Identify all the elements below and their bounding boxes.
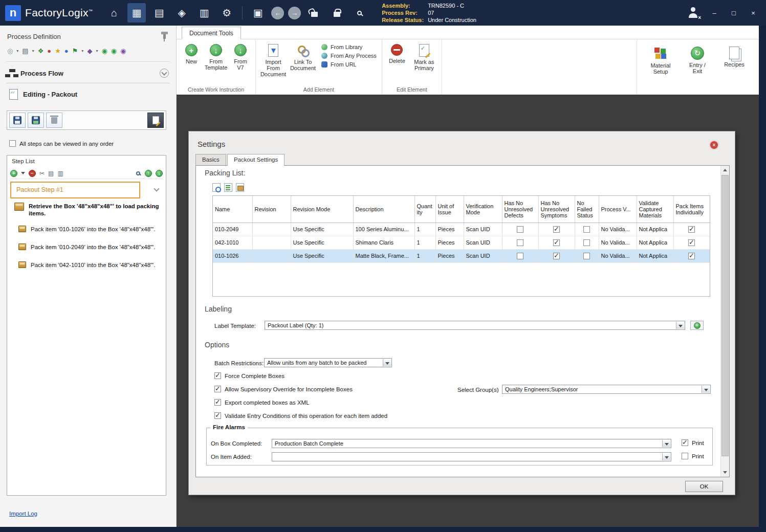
import-from-document-button[interactable]: Import From Document (259, 42, 288, 79)
save-document-button[interactable] (9, 113, 26, 128)
recipes-button[interactable]: Recipes (720, 45, 749, 70)
delete-document-button[interactable] (46, 113, 62, 128)
cut-icon[interactable]: ✂ (39, 170, 45, 177)
from-url-button[interactable]: From URL (321, 61, 377, 68)
export-xml-checkbox[interactable] (214, 399, 221, 406)
undo-icon[interactable]: ← (271, 7, 284, 19)
scroll-up-arrow[interactable] (721, 166, 729, 174)
col-header[interactable]: Revision Mode (291, 196, 353, 223)
batch-restrictions-select[interactable]: Allow units from any batch to be packed (264, 358, 392, 367)
defects-checkbox[interactable] (517, 226, 523, 233)
tab-basics[interactable]: Basics (195, 154, 226, 165)
order-checkbox[interactable] (9, 140, 16, 147)
process-flow-label[interactable]: Process Flow (20, 70, 63, 77)
col-header[interactable]: Unit of Issue (435, 196, 464, 223)
column-options-icon[interactable] (224, 183, 232, 192)
dropdown-arrow-icon[interactable] (662, 453, 670, 460)
col-header[interactable]: No Failed Status (575, 196, 599, 223)
col-header[interactable]: Validate Captured Materials (637, 196, 673, 223)
selected-step[interactable]: Packout Step #1 (10, 182, 140, 198)
step-action-pack-3[interactable]: Pack item '042-1010' into the Box '48"x4… (18, 261, 163, 269)
edit-work-instruction-button[interactable] (147, 113, 164, 128)
process-search-icon[interactable] (350, 3, 368, 23)
material-setup-button[interactable]: Material Setup (646, 45, 675, 77)
unlock-icon[interactable] (305, 3, 323, 23)
collapse-chevron-icon[interactable] (160, 69, 169, 78)
dropdown-arrow-icon[interactable] (662, 440, 670, 447)
col-header[interactable]: Quantity (414, 196, 435, 223)
person-blue-icon[interactable]: ● (64, 47, 69, 55)
pin-icon[interactable] (163, 34, 166, 39)
force-complete-checkbox[interactable] (214, 372, 221, 379)
dropdown-arrow-icon[interactable]: ▾ (81, 49, 83, 53)
dialog-close-button[interactable]: × (710, 141, 718, 149)
label-template-select[interactable]: Packout Label (Qty: 1) (265, 321, 685, 330)
dropdown-arrow-icon[interactable] (676, 322, 684, 329)
symptoms-checkbox[interactable] (553, 226, 560, 233)
validate-entry-checkbox[interactable] (214, 412, 221, 419)
add-step-button[interactable]: + (10, 170, 17, 177)
from-library-button[interactable]: From Library (321, 44, 377, 50)
col-header[interactable]: Pack Items Individually (673, 196, 710, 223)
col-header[interactable]: Process V... (599, 196, 637, 223)
select-groups-select[interactable]: Quality Engineers;Supervisor (502, 385, 711, 394)
col-header[interactable]: Has No Unresolved Defects (502, 196, 538, 223)
failed-status-checkbox[interactable] (583, 239, 590, 246)
add-step-menu-arrow[interactable] (21, 172, 25, 176)
import-log-link[interactable]: Import Log (9, 511, 37, 517)
col-header[interactable]: Description (353, 196, 414, 223)
new-button[interactable]: + New (180, 42, 203, 66)
from-any-process-button[interactable]: From Any Process (321, 53, 377, 59)
step-action-pack-2[interactable]: Pack item '010-2049' into the Box '48"x4… (18, 243, 163, 251)
import-document-button[interactable] (28, 113, 44, 128)
refresh-icon[interactable]: ◉ (111, 47, 117, 55)
pack-individually-checkbox[interactable] (688, 226, 695, 233)
print-on-box-checkbox[interactable] (682, 439, 688, 446)
remove-step-button[interactable]: − (29, 170, 36, 177)
maximize-button[interactable]: □ (729, 9, 738, 17)
history-icon[interactable]: ◉ (120, 47, 126, 55)
dropdown-arrow-icon[interactable]: ▾ (32, 49, 34, 53)
defects-checkbox[interactable] (517, 239, 523, 246)
delete-element-button[interactable]: Delete (385, 42, 409, 66)
print-on-item-checkbox[interactable] (682, 453, 688, 459)
on-box-completed-select[interactable]: Production Batch Complete (272, 439, 671, 448)
step-action-retrieve[interactable]: Retrieve the Box '48"x48"x48"' to load p… (14, 203, 163, 217)
flag-icon[interactable]: ⚑ (72, 47, 78, 55)
dropdown-arrow-icon[interactable]: ▾ (16, 49, 18, 53)
symptoms-checkbox[interactable] (553, 239, 560, 246)
package-icon[interactable]: ◆ (87, 47, 92, 55)
toolbar-icon[interactable]: ◎ (7, 47, 13, 55)
home-icon[interactable]: ⌂ (105, 3, 123, 23)
tab-document-tools[interactable]: Document Tools (182, 27, 241, 39)
defects-checkbox[interactable] (517, 253, 523, 259)
table-row[interactable]: 010-2049 Use Specific 100 Series Aluminu… (213, 223, 710, 236)
star-icon[interactable]: ★ (55, 47, 61, 55)
paste-icon[interactable]: ▥ (57, 170, 63, 177)
minimize-button[interactable]: – (710, 9, 719, 17)
add-label-template-button[interactable]: + (690, 321, 704, 330)
zoom-step-icon[interactable] (136, 171, 140, 175)
dropdown-arrow-icon[interactable]: ▾ (96, 49, 98, 53)
find-item-icon[interactable] (212, 183, 221, 192)
user-logout-icon[interactable]: × (687, 7, 699, 18)
dropdown-arrow-icon[interactable] (702, 386, 710, 393)
step-action-pack-1[interactable]: Pack item '010-1026' into the Box '48"x4… (18, 226, 163, 233)
tab-packout-settings[interactable]: Packout Settings (227, 154, 284, 166)
close-button[interactable]: × (749, 9, 758, 17)
network-icon[interactable]: ❖ (38, 47, 44, 55)
reports-icon[interactable]: ▥ (195, 3, 213, 23)
documents-icon[interactable]: ▤ (150, 3, 168, 23)
package-item-icon[interactable] (236, 183, 244, 192)
navigator-icon[interactable]: ◈ (172, 3, 191, 23)
ok-button[interactable]: OK (685, 481, 723, 492)
link-to-document-button[interactable]: Link To Document (289, 42, 317, 73)
step-expand-chevron-icon[interactable] (154, 186, 159, 191)
col-header[interactable]: Revision (252, 196, 291, 223)
from-v7-button[interactable]: ↓ From V7 (229, 42, 252, 73)
move-step-up-button[interactable]: ↑ (145, 170, 152, 177)
sync-icon[interactable]: ◉ (101, 47, 107, 55)
copy-icon[interactable]: ▤ (48, 170, 54, 177)
person-red-icon[interactable]: ● (47, 47, 51, 55)
mark-as-primary-button[interactable]: Mark as Primary (410, 42, 439, 73)
